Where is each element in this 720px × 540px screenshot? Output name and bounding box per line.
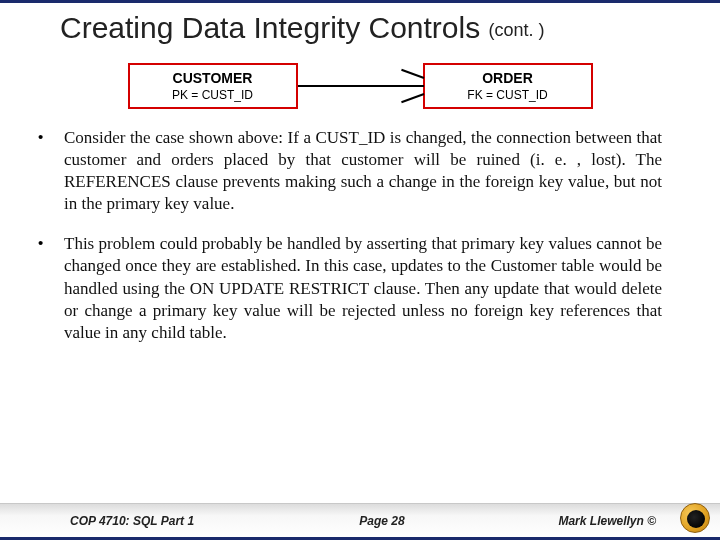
entity-order-name: ORDER [482,70,533,86]
title-cont: (cont. ) [489,20,545,40]
slide: Creating Data Integrity Controls (cont. … [0,0,720,540]
er-diagram: CUSTOMER PK = CUST_ID ORDER FK = CUST_ID [0,63,720,109]
footer-page: Page 28 [297,514,467,528]
entity-order: ORDER FK = CUST_ID [423,63,593,109]
title-main: Creating Data Integrity Controls [60,11,480,44]
title-area: Creating Data Integrity Controls (cont. … [0,3,720,49]
ucf-logo-icon [680,503,710,533]
slide-title: Creating Data Integrity Controls (cont. … [60,11,660,45]
list-item: • Consider the case shown above: If a CU… [38,127,662,215]
bullet-marker: • [38,127,64,215]
footer-left: COP 4710: SQL Part 1 [70,514,297,528]
relationship-line [298,85,423,87]
list-item: • This problem could probably be handled… [38,233,662,343]
bullet-list: • Consider the case shown above: If a CU… [0,121,720,503]
crowfoot-icon [400,76,424,96]
bullet-text-2: This problem could probably be handled b… [64,233,662,343]
footer-author: Mark Llewellyn © [467,514,702,528]
entity-customer: CUSTOMER PK = CUST_ID [128,63,298,109]
entity-customer-key: PK = CUST_ID [172,88,253,102]
entity-order-key: FK = CUST_ID [467,88,547,102]
bullet-marker: • [38,233,64,343]
footer: COP 4710: SQL Part 1 Page 28 Mark Llewel… [0,503,720,537]
bullet-text-1: Consider the case shown above: If a CUST… [64,127,662,215]
entity-customer-name: CUSTOMER [173,70,253,86]
